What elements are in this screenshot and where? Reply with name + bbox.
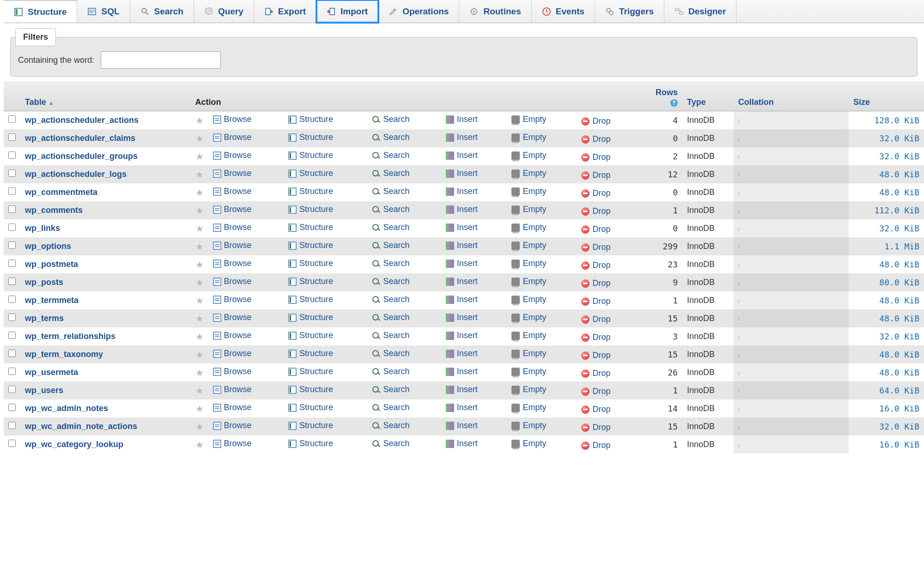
action-drop[interactable]: Drop	[581, 333, 610, 342]
action-browse[interactable]: Browse	[213, 241, 252, 250]
action-structure[interactable]: Structure	[288, 349, 333, 358]
action-drop[interactable]: Drop	[581, 387, 610, 396]
tab-events[interactable]: Events	[532, 0, 595, 23]
action-empty[interactable]: Empty	[511, 313, 546, 322]
action-empty[interactable]: Empty	[511, 403, 546, 412]
action-search[interactable]: Search	[372, 367, 409, 376]
action-insert[interactable]: Insert	[446, 313, 478, 322]
action-structure[interactable]: Structure	[288, 133, 333, 142]
action-structure[interactable]: Structure	[288, 223, 333, 232]
action-insert[interactable]: Insert	[446, 295, 478, 304]
table-name-link[interactable]: wp_term_relationships	[25, 332, 116, 341]
row-checkbox[interactable]	[8, 224, 16, 231]
action-search[interactable]: Search	[372, 421, 409, 430]
table-name-link[interactable]: wp_termmeta	[25, 296, 79, 305]
action-search[interactable]: Search	[372, 295, 409, 304]
action-empty[interactable]: Empty	[511, 349, 546, 358]
action-browse[interactable]: Browse	[213, 115, 252, 124]
favorite-star-icon[interactable]: ★	[195, 260, 204, 270]
action-insert[interactable]: Insert	[446, 115, 478, 124]
table-name-link[interactable]: wp_wc_admin_notes	[25, 404, 108, 413]
action-empty[interactable]: Empty	[511, 169, 546, 178]
action-drop[interactable]: Drop	[581, 423, 610, 432]
table-name-link[interactable]: wp_postmeta	[25, 260, 78, 269]
action-browse[interactable]: Browse	[213, 331, 252, 340]
action-empty[interactable]: Empty	[511, 385, 546, 394]
action-browse[interactable]: Browse	[213, 133, 252, 142]
action-empty[interactable]: Empty	[511, 241, 546, 250]
action-browse[interactable]: Browse	[213, 385, 252, 394]
action-insert[interactable]: Insert	[446, 439, 478, 448]
action-browse[interactable]: Browse	[213, 277, 252, 286]
action-search[interactable]: Search	[372, 313, 409, 322]
action-drop[interactable]: Drop	[581, 278, 610, 288]
row-checkbox[interactable]	[8, 332, 16, 339]
favorite-star-icon[interactable]: ★	[195, 404, 204, 414]
favorite-star-icon[interactable]: ★	[195, 350, 204, 360]
tab-query[interactable]: Query	[194, 0, 254, 23]
rows-help-icon[interactable]: ?	[670, 99, 678, 107]
action-search[interactable]: Search	[372, 223, 409, 232]
favorite-star-icon[interactable]: ★	[195, 169, 204, 180]
action-browse[interactable]: Browse	[213, 403, 252, 412]
action-browse[interactable]: Browse	[213, 367, 252, 376]
favorite-star-icon[interactable]: ★	[195, 386, 204, 396]
favorite-star-icon[interactable]: ★	[195, 368, 204, 378]
action-browse[interactable]: Browse	[213, 223, 252, 232]
action-empty[interactable]: Empty	[511, 133, 546, 142]
favorite-star-icon[interactable]: ★	[195, 206, 204, 216]
action-structure[interactable]: Structure	[288, 421, 333, 430]
action-structure[interactable]: Structure	[288, 151, 333, 160]
row-checkbox[interactable]	[8, 169, 16, 177]
action-browse[interactable]: Browse	[213, 205, 252, 214]
action-search[interactable]: Search	[372, 385, 409, 394]
action-insert[interactable]: Insert	[446, 403, 478, 412]
row-checkbox[interactable]	[8, 260, 16, 267]
table-name-link[interactable]: wp_terms	[25, 314, 64, 323]
tab-operations[interactable]: Operations	[378, 0, 459, 23]
action-drop[interactable]: Drop	[581, 116, 610, 126]
action-browse[interactable]: Browse	[213, 295, 252, 304]
action-empty[interactable]: Empty	[511, 295, 546, 304]
action-search[interactable]: Search	[372, 349, 409, 358]
col-type[interactable]: Type	[682, 81, 734, 111]
action-structure[interactable]: Structure	[288, 385, 333, 394]
table-name-link[interactable]: wp_posts	[25, 278, 63, 287]
table-name-link[interactable]: wp_actionscheduler_groups	[25, 151, 138, 161]
col-table[interactable]: Table ▲	[20, 81, 191, 111]
action-empty[interactable]: Empty	[511, 331, 546, 340]
action-empty[interactable]: Empty	[511, 205, 546, 214]
action-insert[interactable]: Insert	[446, 259, 478, 268]
favorite-star-icon[interactable]: ★	[195, 278, 204, 288]
table-name-link[interactable]: wp_actionscheduler_actions	[25, 115, 139, 125]
action-insert[interactable]: Insert	[446, 205, 478, 214]
action-search[interactable]: Search	[372, 205, 409, 214]
action-search[interactable]: Search	[372, 187, 409, 196]
row-checkbox[interactable]	[8, 296, 16, 303]
row-checkbox[interactable]	[8, 115, 16, 123]
action-drop[interactable]: Drop	[581, 206, 610, 216]
row-checkbox[interactable]	[8, 386, 16, 393]
row-checkbox[interactable]	[8, 151, 16, 159]
action-structure[interactable]: Structure	[288, 403, 333, 412]
action-drop[interactable]: Drop	[581, 315, 610, 324]
action-insert[interactable]: Insert	[446, 421, 478, 430]
tab-sql[interactable]: SQL	[77, 0, 130, 23]
tab-designer[interactable]: Designer	[664, 0, 736, 23]
row-checkbox[interactable]	[8, 206, 16, 213]
action-empty[interactable]: Empty	[511, 187, 546, 196]
action-structure[interactable]: Structure	[288, 295, 333, 304]
row-checkbox[interactable]	[8, 278, 16, 285]
action-insert[interactable]: Insert	[446, 277, 478, 286]
table-name-link[interactable]: wp_users	[25, 386, 63, 395]
action-search[interactable]: Search	[372, 241, 409, 250]
action-browse[interactable]: Browse	[213, 187, 252, 196]
row-checkbox[interactable]	[8, 242, 16, 249]
action-drop[interactable]: Drop	[581, 242, 610, 252]
action-insert[interactable]: Insert	[446, 169, 478, 178]
row-checkbox[interactable]	[8, 350, 16, 357]
action-insert[interactable]: Insert	[446, 133, 478, 142]
action-search[interactable]: Search	[372, 115, 409, 124]
action-search[interactable]: Search	[372, 151, 409, 160]
action-structure[interactable]: Structure	[288, 331, 333, 340]
